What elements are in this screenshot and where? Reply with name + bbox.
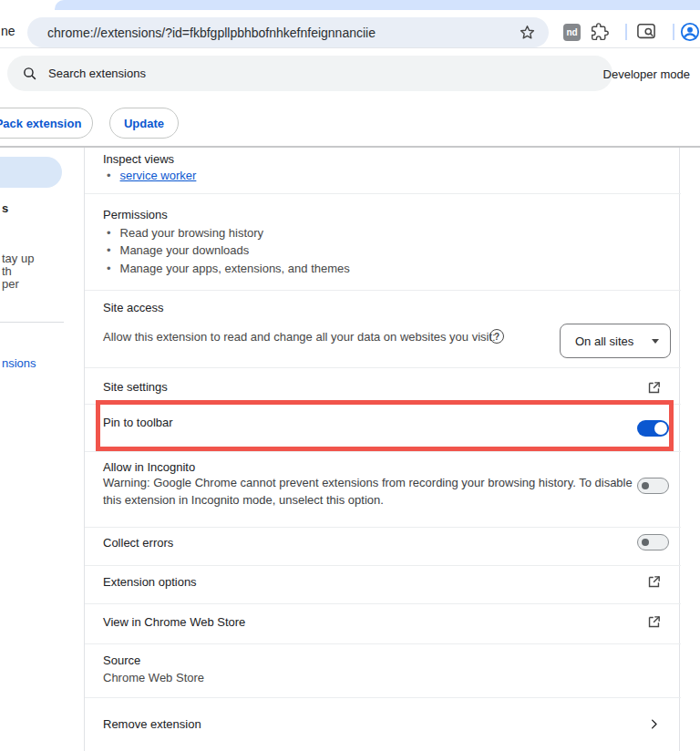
browser-page-divider <box>0 47 700 48</box>
bookmark-star-icon[interactable] <box>517 22 537 42</box>
divider <box>85 367 681 368</box>
sidebar-text-fragment-1: tay up <box>2 252 34 265</box>
sidebar-divider <box>0 322 64 323</box>
divider <box>85 643 681 644</box>
open-in-new-icon[interactable] <box>644 612 663 631</box>
inspect-views-title: Inspect views <box>103 152 174 166</box>
service-worker-link[interactable]: service worker <box>120 169 197 182</box>
search-placeholder: Search extensions <box>48 67 146 80</box>
incognito-warning-text: Warning: Google Chrome cannot prevent ex… <box>103 474 636 509</box>
search-input[interactable]: Search extensions <box>7 56 612 91</box>
sidebar-selected-item[interactable] <box>0 157 62 188</box>
site-settings-label: Site settings <box>103 380 168 394</box>
pin-to-toolbar-label: Pin to toolbar <box>103 416 173 429</box>
address-bar[interactable]: chrome://extensions/?id=fkbfgpllpbhbofnh… <box>27 17 549 47</box>
permissions-title: Permissions <box>103 208 168 221</box>
allow-incognito-toggle[interactable] <box>637 478 669 494</box>
tab-strip <box>55 0 700 10</box>
sidebar-text-fragment-2: th <box>2 264 12 278</box>
collect-errors-label: Collect errors <box>103 536 173 550</box>
side-panel-search-icon[interactable] <box>636 23 656 41</box>
site-access-title: Site access <box>103 301 163 314</box>
divider <box>85 290 681 291</box>
source-label: Source <box>103 653 140 667</box>
site-access-description: Allow this extension to read and change … <box>103 330 496 344</box>
open-in-new-icon[interactable] <box>644 572 663 591</box>
profile-avatar-icon[interactable] <box>680 22 700 42</box>
toggle-knob <box>642 482 649 489</box>
highlight-box <box>96 400 674 451</box>
pack-extension-button[interactable]: Pack extension <box>0 108 93 139</box>
view-in-store-label: View in Chrome Web Store <box>103 615 245 629</box>
extension-options-label: Extension options <box>103 575 197 589</box>
extension-nd-icon[interactable]: nd <box>563 24 581 41</box>
permission-item: Manage your apps, extensions, and themes <box>107 262 350 275</box>
collect-errors-toggle[interactable] <box>637 534 669 550</box>
extensions-puzzle-icon[interactable] <box>591 23 609 41</box>
site-access-selected-value: On all sites <box>575 334 633 348</box>
remove-extension-label: Remove extension <box>103 717 201 731</box>
divider <box>85 527 681 528</box>
divider <box>85 193 681 194</box>
divider <box>85 697 681 698</box>
divider <box>85 404 681 405</box>
chevron-right-icon[interactable] <box>644 715 663 733</box>
url-text[interactable]: chrome://extensions/?id=fkbfgpllpbhbofnh… <box>47 26 376 40</box>
update-button[interactable]: Update <box>109 108 179 139</box>
source-value: Chrome Web Store <box>103 671 204 684</box>
toggle-knob <box>642 539 649 546</box>
divider <box>85 451 681 452</box>
permission-item: Read your browsing history <box>107 226 263 240</box>
dropdown-caret-icon <box>652 339 659 344</box>
pin-to-toolbar-toggle[interactable] <box>637 420 669 437</box>
toggle-knob <box>654 422 667 435</box>
help-icon[interactable] <box>489 329 504 344</box>
sidebar-text-fragment-3: per <box>2 277 19 291</box>
permission-item: Manage your downloads <box>107 243 249 257</box>
chrome-extensions-page: ne chrome://extensions/?id=fkbfgpllpbhbo… <box>0 0 700 751</box>
divider <box>85 603 681 604</box>
service-worker-item: service worker <box>107 169 196 182</box>
divider <box>85 565 681 566</box>
extension-details-card: Inspect views service worker Permissions… <box>84 148 680 751</box>
developer-mode-label: Developer mode <box>603 67 690 81</box>
toolbar-left-fragment: ne <box>1 24 15 38</box>
sidebar-link-fragment[interactable]: nsions <box>2 356 36 370</box>
sidebar-item-label-fragment: s <box>2 201 8 215</box>
open-in-new-icon[interactable] <box>644 378 663 396</box>
allow-incognito-label: Allow in Incognito <box>103 460 195 474</box>
site-access-select[interactable]: On all sites <box>560 324 671 358</box>
toolbar-divider-2 <box>673 24 674 40</box>
toolbar-divider <box>625 24 627 40</box>
